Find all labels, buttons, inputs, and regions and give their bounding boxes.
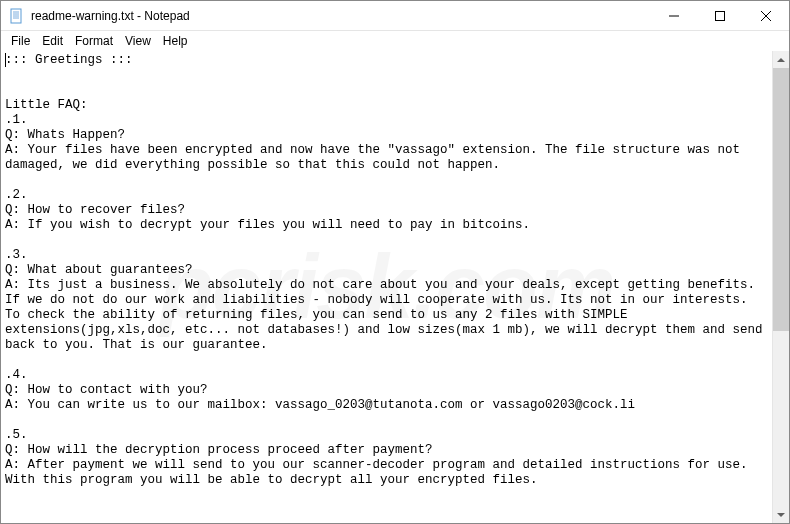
svg-marker-9 — [777, 58, 785, 62]
window-title: readme-warning.txt - Notepad — [31, 9, 651, 23]
scroll-track[interactable] — [773, 68, 789, 506]
menu-edit[interactable]: Edit — [36, 33, 69, 49]
menu-view[interactable]: View — [119, 33, 157, 49]
close-button[interactable] — [743, 1, 789, 30]
editor-wrap: ::: Greetings ::: Little FAQ: .1. Q: Wha… — [1, 51, 789, 523]
notepad-icon — [9, 8, 25, 24]
minimize-button[interactable] — [651, 1, 697, 30]
maximize-button[interactable] — [697, 1, 743, 30]
document-content: ::: Greetings ::: Little FAQ: .1. Q: Wha… — [5, 53, 770, 487]
menu-format[interactable]: Format — [69, 33, 119, 49]
menu-help[interactable]: Help — [157, 33, 194, 49]
scroll-down-button[interactable] — [773, 506, 789, 523]
menu-bar: File Edit Format View Help — [1, 31, 789, 51]
window-controls — [651, 1, 789, 30]
scroll-up-button[interactable] — [773, 51, 789, 68]
scroll-thumb[interactable] — [773, 68, 789, 331]
vertical-scrollbar[interactable] — [772, 51, 789, 523]
text-editor[interactable]: ::: Greetings ::: Little FAQ: .1. Q: Wha… — [1, 51, 772, 523]
window-titlebar: readme-warning.txt - Notepad — [1, 1, 789, 31]
text-cursor — [5, 53, 6, 67]
svg-rect-6 — [716, 11, 725, 20]
menu-file[interactable]: File — [5, 33, 36, 49]
svg-marker-10 — [777, 513, 785, 517]
